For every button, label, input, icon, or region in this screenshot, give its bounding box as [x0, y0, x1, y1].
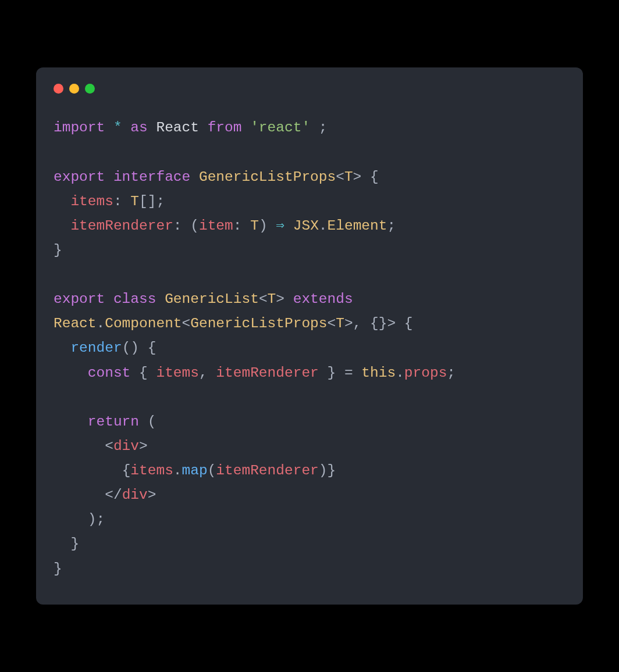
code-token: props [404, 365, 447, 381]
code-token: > [344, 316, 353, 331]
code-token: } [54, 561, 62, 577]
code-token: ⇒ [276, 218, 284, 234]
code-token: GenericList [165, 291, 259, 307]
code-token: T [250, 218, 259, 234]
code-token: itemRenderer [216, 463, 318, 478]
code-token: itemRenderer [216, 365, 318, 381]
code-token: < [182, 316, 191, 331]
code-token: div [113, 438, 139, 454]
code-token: T [336, 316, 344, 331]
code-token [54, 218, 70, 234]
code-token: extends [293, 291, 353, 307]
code-token: { [130, 365, 156, 381]
code-token: ( [139, 414, 156, 430]
code-token: GenericListProps [199, 169, 336, 185]
code-token: T [130, 194, 139, 209]
traffic-light-zoom-icon[interactable] [85, 84, 95, 94]
code-token [190, 169, 199, 185]
code-token [105, 291, 113, 307]
code-token [284, 218, 293, 234]
code-token: items [156, 365, 199, 381]
code-token: . [173, 463, 182, 478]
code-token [54, 194, 70, 209]
code-token: return [88, 414, 139, 430]
code-token: , [199, 365, 216, 381]
code-token: > [139, 438, 148, 454]
code-token: . [97, 316, 105, 331]
code-token [122, 120, 131, 135]
code-token: } [54, 536, 79, 552]
code-token: { [361, 169, 378, 185]
code-token: ; [310, 120, 327, 135]
code-token: div [122, 487, 148, 503]
code-token: class [113, 291, 156, 307]
code-token: } = [319, 365, 362, 381]
code-token: ; [387, 218, 396, 234]
code-token: () { [122, 340, 156, 356]
code-token [54, 340, 70, 356]
code-token: ; [447, 365, 456, 381]
code-token: from [208, 120, 242, 135]
window-titlebar [54, 84, 565, 94]
code-token: items [70, 194, 113, 209]
code-token [105, 169, 113, 185]
code-token: ) [259, 218, 276, 234]
code-token: JSX [293, 218, 319, 234]
code-token: T [268, 291, 276, 307]
code-token: , {}> { [353, 316, 413, 331]
code-token: GenericListProps [190, 316, 327, 331]
code-token: Component [105, 316, 182, 331]
code-token [241, 120, 250, 135]
code-token: > [353, 169, 362, 185]
code-token: . [396, 365, 404, 381]
code-window: import * as React from 'react' ; export … [36, 67, 583, 604]
code-token: render [70, 340, 122, 356]
code-token: import [54, 120, 105, 135]
code-token [148, 120, 156, 135]
code-token: : [233, 218, 250, 234]
code-token: { [54, 463, 130, 478]
code-token: < [54, 438, 113, 454]
code-token: as [130, 120, 147, 135]
code-token: export [54, 169, 105, 185]
code-token: export [54, 291, 105, 307]
code-token [199, 120, 208, 135]
code-token: Element [328, 218, 387, 234]
code-token: const [88, 365, 131, 381]
code-token [353, 291, 362, 307]
code-token: this [361, 365, 396, 381]
code-token: items [130, 463, 173, 478]
code-token: . [319, 218, 328, 234]
code-token: )} [319, 463, 336, 478]
code-token: React [156, 120, 199, 135]
code-token: > [276, 291, 284, 307]
code-token: } [54, 242, 62, 258]
code-token: </ [54, 487, 122, 503]
code-token: itemRenderer [70, 218, 173, 234]
code-token [54, 414, 88, 430]
code-token: > [148, 487, 156, 503]
code-token: ( [208, 463, 216, 478]
code-token: : ( [173, 218, 199, 234]
code-token: ); [54, 512, 105, 527]
code-token: T [344, 169, 353, 185]
code-token: < [336, 169, 344, 185]
code-token: map [182, 463, 208, 478]
code-token: : [113, 194, 130, 209]
code-token: < [259, 291, 268, 307]
code-token: React [54, 316, 97, 331]
code-token [105, 120, 113, 135]
code-token: 'react' [250, 120, 310, 135]
code-token [156, 291, 165, 307]
code-token: * [113, 120, 122, 135]
code-token: []; [139, 194, 165, 209]
code-token: interface [113, 169, 190, 185]
code-token: < [328, 316, 336, 331]
code-block: import * as React from 'react' ; export … [54, 116, 565, 581]
code-token: item [199, 218, 233, 234]
traffic-light-minimize-icon[interactable] [69, 84, 79, 94]
code-token [284, 291, 293, 307]
traffic-light-close-icon[interactable] [54, 84, 63, 94]
code-token [54, 365, 88, 381]
